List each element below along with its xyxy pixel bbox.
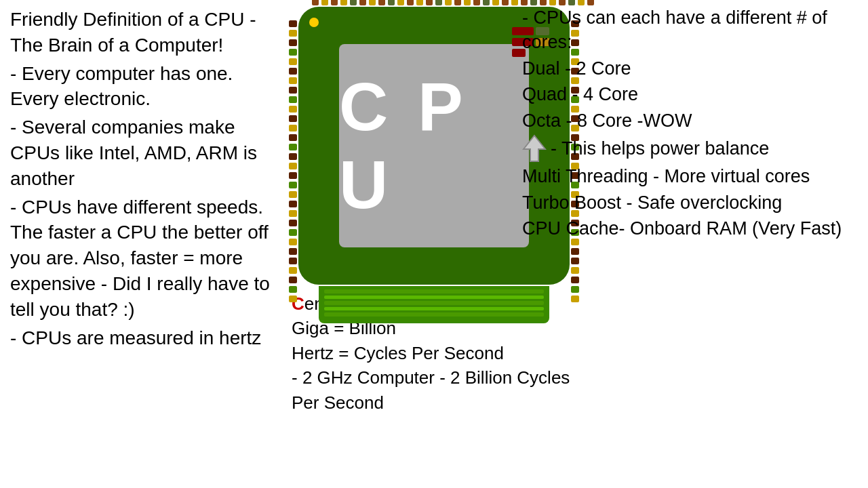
- left-para1: Friendly Definition of a CPU - The Brain…: [10, 7, 275, 58]
- cpu-connector: [319, 286, 549, 323]
- right-power-balance: - This helps power balance: [522, 134, 861, 163]
- right-octa: Octa - 8 Core -WOW: [522, 108, 861, 133]
- right-turbo: Turbo Boost - Safe overclocking: [522, 190, 861, 215]
- left-para5: - CPUs are measured in hertz: [10, 325, 275, 351]
- cpu-text-label: C P U: [339, 68, 529, 224]
- left-para4: - CPUs have different speeds. The faster…: [10, 195, 275, 323]
- right-quad: Quad - 4 Core: [522, 82, 861, 106]
- left-para3: - Several companies make CPUs like Intel…: [10, 115, 275, 191]
- cpu-die: C P U: [339, 44, 529, 247]
- power-balance-text: - This helps power balance: [551, 136, 769, 161]
- right-intro: - CPUs can each have a different # of co…: [522, 5, 861, 55]
- right-dual: Dual - 2 Core: [522, 56, 861, 81]
- left-panel: Friendly Definition of a CPU - The Brain…: [0, 0, 285, 488]
- left-para2: - Every computer has one. Every electron…: [10, 61, 275, 113]
- right-cache: CPU Cache- Onboard RAM (Very Fast): [522, 216, 861, 241]
- right-threading: Multi Threading - More virtual cores: [522, 164, 861, 188]
- arrow-up-icon: [522, 134, 547, 163]
- right-panel: - CPUs can each have a different # of co…: [515, 0, 868, 488]
- svg-marker-0: [524, 136, 545, 161]
